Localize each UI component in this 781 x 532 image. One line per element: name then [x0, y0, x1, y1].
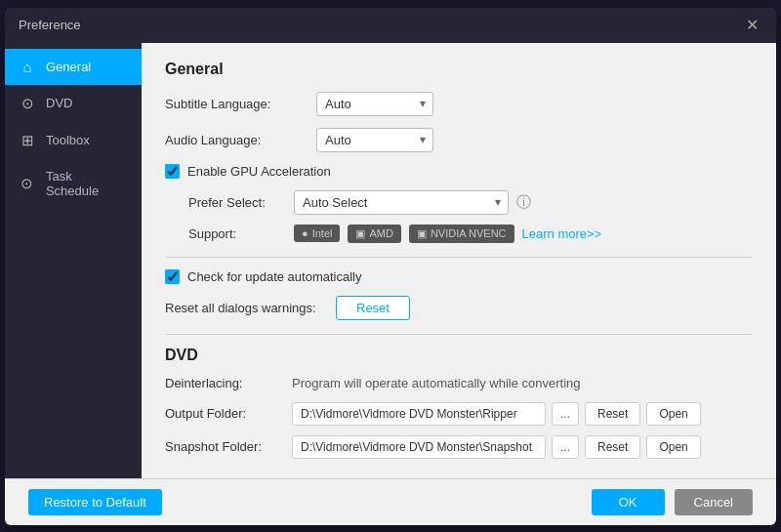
gpu-acceleration-label: Enable GPU Acceleration [187, 164, 331, 179]
deinterlacing-row: Deinterlacing: Program will operate auto… [165, 376, 753, 390]
amd-badge: ▣ AMD [348, 225, 400, 243]
sidebar-item-taskschedule[interactable]: ⊙ Task Schedule [5, 159, 142, 208]
learn-more-link[interactable]: Learn more>> [522, 226, 602, 241]
intel-badge: ● Intel [294, 225, 340, 242]
output-folder-reset-button[interactable]: Reset [585, 402, 640, 426]
close-button[interactable]: ✕ [742, 16, 762, 35]
dialog-footer: Restore to Default OK Cancel [5, 478, 776, 525]
nvidia-label: NVIDIA NVENC [431, 227, 507, 239]
output-folder-label: Output Folder: [165, 406, 292, 421]
snapshot-folder-open-button[interactable]: Open [646, 435, 700, 459]
subtitle-language-select-wrapper: Auto English Chinese [316, 92, 433, 116]
home-icon: ⌂ [19, 59, 36, 75]
dialog-title: Preference [19, 18, 81, 32]
sidebar-label-dvd: DVD [46, 96, 72, 110]
sidebar-label-general: General [46, 60, 91, 74]
intel-icon: ● [302, 227, 308, 239]
audio-language-label: Audio Language: [165, 133, 316, 147]
title-bar: Preference ✕ [5, 8, 776, 43]
nvidia-badge: ▣ NVIDIA NVENC [409, 225, 514, 243]
footer-right-buttons: OK Cancel [592, 489, 753, 515]
sidebar-label-taskschedule: Task Schedule [46, 169, 128, 198]
prefer-select-label: Prefer Select: [188, 195, 286, 210]
nvidia-icon: ▣ [417, 227, 427, 240]
deinterlacing-value: Program will operate automatically while… [292, 376, 581, 390]
content-area: General Subtitle Language: Auto English … [142, 43, 776, 478]
subtitle-language-select[interactable]: Auto English Chinese [316, 92, 433, 116]
snapshot-folder-actions: ... Reset Open [552, 435, 701, 459]
intel-label: Intel [312, 227, 333, 239]
audio-language-select-wrapper: Auto English Chinese [316, 128, 433, 152]
subtitle-language-row: Subtitle Language: Auto English Chinese [165, 92, 753, 116]
toolbox-icon: ⊞ [19, 132, 36, 149]
snapshot-folder-reset-button[interactable]: Reset [585, 435, 640, 459]
gpu-acceleration-checkbox[interactable] [165, 164, 180, 179]
check-update-row: Check for update automatically [165, 269, 753, 284]
general-section-title: General [165, 61, 753, 78]
sidebar-item-toolbox[interactable]: ⊞ Toolbox [5, 122, 142, 159]
prefer-select[interactable]: Auto Select Intel AMD NVIDIA NVENC [294, 190, 509, 215]
dvd-icon: ⊙ [19, 95, 36, 112]
reset-dialogs-row: Reset all dialogs warnings: Reset [165, 296, 753, 320]
check-update-checkbox[interactable] [165, 269, 180, 284]
amd-label: AMD [369, 227, 392, 239]
prefer-select-wrapper: Auto Select Intel AMD NVIDIA NVENC [294, 190, 509, 215]
reset-dialogs-button[interactable]: Reset [336, 296, 410, 320]
divider-2 [165, 334, 753, 335]
cancel-button[interactable]: Cancel [675, 489, 753, 515]
ok-button[interactable]: OK [592, 489, 665, 515]
snapshot-folder-dots-button[interactable]: ... [552, 435, 579, 459]
divider-1 [165, 257, 753, 258]
subtitle-language-label: Subtitle Language: [165, 97, 316, 111]
sidebar-item-dvd[interactable]: ⊙ DVD [5, 85, 142, 122]
check-update-label: Check for update automatically [187, 269, 361, 284]
sidebar: ⌂ General ⊙ DVD ⊞ Toolbox ⊙ Task Schedul… [5, 43, 142, 478]
output-folder-input[interactable] [292, 402, 546, 426]
sidebar-item-general[interactable]: ⌂ General [5, 49, 142, 85]
support-label: Support: [188, 226, 286, 241]
amd-icon: ▣ [355, 227, 365, 240]
restore-default-button[interactable]: Restore to Default [28, 489, 162, 515]
snapshot-folder-input[interactable] [292, 435, 546, 459]
output-folder-dots-button[interactable]: ... [552, 402, 579, 426]
output-folder-row: Output Folder: ... Reset Open [165, 402, 753, 426]
reset-dialogs-label: Reset all dialogs warnings: [165, 301, 336, 315]
prefer-select-row: Prefer Select: Auto Select Intel AMD NVI… [188, 190, 753, 215]
info-icon[interactable]: ⓘ [516, 193, 531, 212]
preference-dialog: Preference ✕ ⌂ General ⊙ DVD ⊞ Toolbox ⊙… [5, 8, 776, 525]
output-folder-open-button[interactable]: Open [646, 402, 700, 426]
deinterlacing-label: Deinterlacing: [165, 376, 292, 390]
sidebar-label-toolbox: Toolbox [46, 133, 90, 147]
dvd-section-title: DVD [165, 347, 753, 364]
taskschedule-icon: ⊙ [19, 175, 36, 192]
snapshot-folder-row: Snapshot Folder: ... Reset Open [165, 435, 753, 459]
audio-language-select[interactable]: Auto English Chinese [316, 128, 433, 152]
snapshot-folder-label: Snapshot Folder: [165, 439, 292, 454]
output-folder-actions: ... Reset Open [552, 402, 701, 426]
dialog-body: ⌂ General ⊙ DVD ⊞ Toolbox ⊙ Task Schedul… [5, 43, 776, 478]
support-row: Support: ● Intel ▣ AMD ▣ NVIDIA NVENC Le… [188, 225, 753, 243]
gpu-acceleration-row: Enable GPU Acceleration [165, 164, 753, 179]
audio-language-row: Audio Language: Auto English Chinese [165, 128, 753, 152]
